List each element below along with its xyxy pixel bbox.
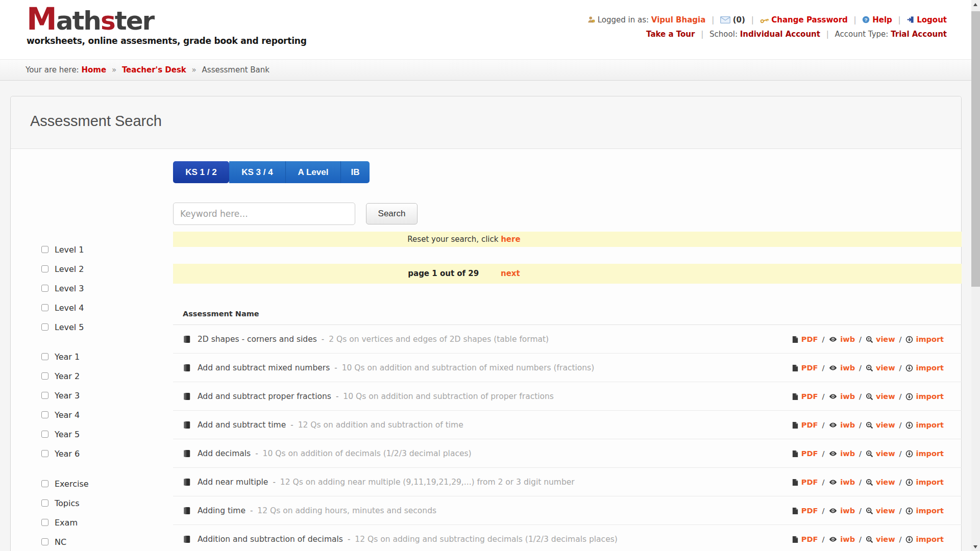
mail-icon[interactable] bbox=[720, 16, 730, 23]
assessment-search-panel: Assessment Search KS 1 / 2 KS 3 / 4 A Le… bbox=[10, 96, 962, 551]
checkbox[interactable] bbox=[41, 480, 48, 487]
iwb-link[interactable]: iwb bbox=[840, 478, 855, 486]
keyword-search-input[interactable] bbox=[173, 203, 355, 225]
scroll-up-button[interactable] bbox=[971, 0, 980, 9]
pdf-link[interactable]: PDF bbox=[801, 392, 818, 400]
logo-letter-m: M bbox=[27, 1, 56, 37]
import-link[interactable]: import bbox=[916, 364, 944, 372]
assessment-description: 12 Qs on addition and subtraction of tim… bbox=[298, 420, 463, 430]
iwb-link[interactable]: iwb bbox=[840, 335, 855, 343]
tab-ks-1-2[interactable]: KS 1 / 2 bbox=[173, 161, 229, 183]
filter-year-5[interactable]: Year 5 bbox=[41, 424, 164, 444]
checkbox[interactable] bbox=[41, 392, 48, 399]
filter-level-5[interactable]: Level 5 bbox=[41, 317, 164, 337]
view-link[interactable]: view bbox=[876, 421, 895, 429]
filter-year-2[interactable]: Year 2 bbox=[41, 366, 164, 386]
filter-year-6[interactable]: Year 6 bbox=[41, 444, 164, 463]
user-name-link[interactable]: Vipul Bhagia bbox=[651, 15, 706, 24]
checkbox[interactable] bbox=[41, 323, 48, 331]
import-link[interactable]: import bbox=[916, 335, 944, 343]
checkbox[interactable] bbox=[41, 499, 48, 507]
assessment-description: 12 Qs on adding hours, minutes and secon… bbox=[257, 506, 436, 515]
iwb-link[interactable]: iwb bbox=[840, 421, 855, 429]
view-link[interactable]: view bbox=[876, 449, 895, 458]
view-link[interactable]: view bbox=[876, 478, 895, 486]
filter-exam[interactable]: Exam bbox=[41, 513, 164, 532]
view-link[interactable]: view bbox=[876, 392, 895, 400]
import-link[interactable]: import bbox=[916, 478, 944, 486]
search-button[interactable]: Search bbox=[366, 203, 418, 224]
iwb-link[interactable]: iwb bbox=[840, 507, 855, 515]
pdf-link[interactable]: PDF bbox=[801, 421, 818, 429]
checkbox[interactable] bbox=[41, 246, 48, 253]
checkbox[interactable] bbox=[41, 265, 48, 272]
pdf-link[interactable]: PDF bbox=[801, 335, 818, 343]
filter-level-1[interactable]: Level 1 bbox=[41, 240, 164, 259]
view-link[interactable]: view bbox=[876, 364, 895, 372]
filter-level-4[interactable]: Level 4 bbox=[41, 298, 164, 317]
mathster-logo[interactable]: Mathster bbox=[27, 3, 154, 37]
filter-year-4[interactable]: Year 4 bbox=[41, 405, 164, 424]
pdf-link[interactable]: PDF bbox=[801, 478, 818, 486]
breadcrumb-home-link[interactable]: Home bbox=[81, 65, 106, 74]
scrollbar-thumb[interactable] bbox=[971, 11, 980, 287]
checkbox[interactable] bbox=[41, 431, 48, 438]
magnifier-icon bbox=[866, 450, 873, 458]
next-page-link[interactable]: next bbox=[501, 269, 520, 278]
tab-ks-3-4[interactable]: KS 3 / 4 bbox=[229, 161, 285, 183]
tab-ib[interactable]: IB bbox=[340, 161, 370, 183]
checkbox[interactable] bbox=[41, 450, 48, 457]
take-a-tour-link[interactable]: Take a Tour bbox=[646, 30, 695, 39]
change-password-link[interactable]: Change Password bbox=[771, 15, 848, 24]
filter-year-3[interactable]: Year 3 bbox=[41, 386, 164, 405]
breadcrumb-teachers-desk-link[interactable]: Teacher's Desk bbox=[122, 65, 186, 74]
import-link[interactable]: import bbox=[916, 392, 944, 400]
iwb-link[interactable]: iwb bbox=[840, 392, 855, 400]
view-link[interactable]: view bbox=[876, 335, 895, 343]
pdf-link[interactable]: PDF bbox=[801, 364, 818, 372]
help-link[interactable]: Help bbox=[872, 15, 892, 24]
checkbox[interactable] bbox=[41, 538, 48, 545]
action-separator: / bbox=[859, 335, 862, 343]
pdf-link[interactable]: PDF bbox=[801, 449, 818, 458]
checkbox[interactable] bbox=[41, 411, 48, 418]
import-link[interactable]: import bbox=[916, 421, 944, 429]
filter-exercise[interactable]: Exercise bbox=[41, 474, 164, 493]
view-link[interactable]: view bbox=[876, 507, 895, 515]
filter-year-1[interactable]: Year 1 bbox=[41, 347, 164, 366]
pdf-link[interactable]: PDF bbox=[801, 507, 818, 515]
filter-label: Level 1 bbox=[55, 245, 84, 255]
view-link[interactable]: view bbox=[876, 535, 895, 543]
filter-level-2[interactable]: Level 2 bbox=[41, 259, 164, 279]
tab-a-level[interactable]: A Level bbox=[285, 161, 340, 183]
checkbox[interactable] bbox=[41, 372, 48, 380]
pdf-link[interactable]: PDF bbox=[801, 535, 818, 543]
filter-topics[interactable]: Topics bbox=[41, 493, 164, 513]
eye-icon bbox=[828, 536, 838, 542]
divider: | bbox=[898, 15, 901, 24]
table-row: Add near multiple - 12 Qs on adding near… bbox=[173, 468, 962, 496]
checkbox[interactable] bbox=[41, 285, 48, 292]
iwb-link[interactable]: iwb bbox=[840, 364, 855, 372]
message-count[interactable]: (0) bbox=[733, 15, 745, 24]
vertical-scrollbar[interactable] bbox=[971, 0, 980, 551]
action-separator: / bbox=[822, 507, 824, 515]
iwb-link[interactable]: iwb bbox=[840, 449, 855, 458]
checkbox[interactable] bbox=[41, 519, 48, 526]
filter-nc[interactable]: NC bbox=[41, 532, 164, 551]
filter-level-3[interactable]: Level 3 bbox=[41, 279, 164, 298]
reset-search-here-link[interactable]: here bbox=[501, 235, 520, 244]
pdf-icon bbox=[791, 393, 799, 400]
logged-in-label: Logged in as: bbox=[598, 15, 649, 24]
assessment-name: Add and subtract mixed numbers bbox=[198, 363, 330, 372]
eye-icon bbox=[828, 336, 838, 342]
import-link[interactable]: import bbox=[916, 449, 944, 458]
checkbox[interactable] bbox=[41, 304, 48, 311]
logout-link[interactable]: Logout bbox=[917, 15, 947, 24]
scroll-down-button[interactable] bbox=[971, 542, 980, 551]
import-link[interactable]: import bbox=[916, 507, 944, 515]
action-separator: / bbox=[859, 449, 862, 458]
iwb-link[interactable]: iwb bbox=[840, 535, 855, 543]
checkbox[interactable] bbox=[41, 353, 48, 360]
import-link[interactable]: import bbox=[916, 535, 944, 543]
